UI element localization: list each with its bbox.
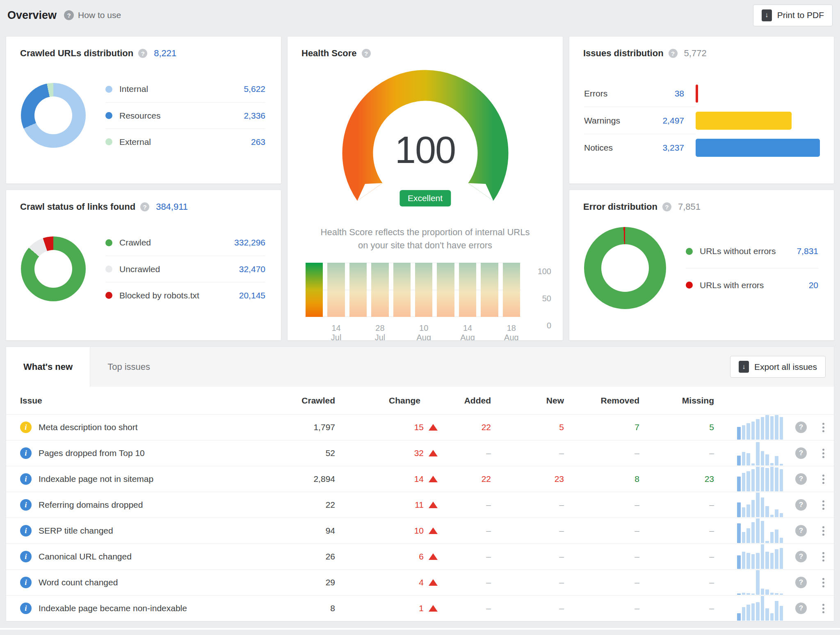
issue-name[interactable]: SERP title changed — [39, 526, 113, 536]
issue-cell[interactable]: iPages dropped from Top 10 — [20, 447, 274, 459]
help-icon[interactable]: ? — [662, 202, 671, 211]
legend-label: Internal — [119, 84, 148, 94]
row-menu-button[interactable] — [819, 449, 827, 458]
row-menu-button[interactable] — [819, 500, 827, 510]
sparkline-bar — [742, 532, 746, 543]
distribution-label: Notices — [584, 143, 613, 153]
change-up-triangle-icon — [429, 553, 438, 560]
issue-name[interactable]: Pages dropped from Top 10 — [39, 448, 145, 458]
row-menu-button[interactable] — [819, 552, 827, 562]
sparkline-bar — [775, 509, 778, 517]
change-value: 4 — [419, 578, 424, 587]
issue-name[interactable]: Canonical URL changed — [39, 552, 132, 562]
table-row[interactable]: iCanonical URL changed266––––? — [6, 543, 834, 569]
help-icon[interactable]: ? — [795, 447, 807, 459]
issue-cell[interactable]: iCanonical URL changed — [20, 551, 274, 562]
row-menu-button[interactable] — [819, 423, 827, 432]
change-value: 32 — [414, 448, 424, 458]
issue-cell[interactable]: iIndexable page not in sitemap — [20, 473, 274, 485]
sparkline-bar — [742, 473, 746, 491]
legend-value-link[interactable]: 20 — [809, 280, 818, 290]
help-icon[interactable]: ? — [362, 49, 371, 58]
legend-value-link[interactable]: 20,145 — [239, 291, 265, 300]
legend-value-link[interactable]: 332,296 — [234, 238, 265, 248]
tab-whats-new[interactable]: What's new — [6, 347, 90, 387]
help-icon[interactable]: ? — [795, 422, 807, 433]
help-icon[interactable]: ? — [795, 499, 807, 511]
legend-value-link[interactable]: 263 — [251, 137, 265, 147]
issue-name[interactable]: Indexable page not in sitemap — [39, 474, 153, 484]
legend-item: Resources2,336 — [105, 102, 265, 128]
table-row[interactable]: iMeta description too short1,7971522575? — [6, 414, 834, 440]
legend-value-link[interactable]: 32,470 — [239, 264, 265, 274]
print-to-pdf-button[interactable]: Print to PDF — [753, 5, 833, 26]
sparkline-bar — [751, 522, 755, 543]
table-row[interactable]: iSERP title changed9410––––? — [6, 518, 834, 543]
row-menu-button[interactable] — [819, 526, 827, 536]
issue-cell[interactable]: iMeta description too short — [20, 422, 274, 433]
menu-dot — [822, 534, 824, 536]
sparkline-bar — [746, 504, 750, 517]
sparkline-bar — [751, 554, 755, 569]
tab-top-issues[interactable]: Top issues — [90, 347, 167, 387]
legend-value-link[interactable]: 2,336 — [244, 111, 265, 121]
sparkline-bar — [742, 507, 746, 517]
sparkline-bar — [770, 467, 774, 491]
export-all-issues-button[interactable]: Export all issues — [730, 356, 826, 378]
sparkline-bar — [761, 467, 765, 491]
help-icon[interactable]: ? — [795, 603, 807, 614]
legend-value-link[interactable]: 5,622 — [244, 84, 265, 94]
row-menu-button[interactable] — [819, 604, 827, 613]
change-up-triangle-icon — [429, 476, 438, 482]
help-icon[interactable]: ? — [795, 473, 807, 485]
crawled-value: 26 — [274, 552, 335, 562]
legend-dot — [105, 86, 112, 93]
issue-cell[interactable]: iIndexable page became non-indexable — [20, 603, 274, 614]
row-menu-button[interactable] — [819, 578, 827, 587]
notice-info-icon: i — [20, 551, 32, 562]
issue-cell[interactable]: iWord count changed — [20, 577, 274, 588]
issue-name[interactable]: Word count changed — [39, 578, 118, 587]
sparkline-bar — [770, 416, 774, 440]
added-value: – — [438, 500, 491, 510]
help-icon[interactable]: ? — [795, 525, 807, 536]
issue-cell[interactable]: iReferring domains dropped — [20, 499, 274, 511]
issue-name[interactable]: Indexable page became non-indexable — [39, 603, 187, 613]
issue-name[interactable]: Meta description too short — [39, 422, 138, 432]
new-value: – — [491, 552, 564, 562]
help-icon[interactable]: ? — [795, 577, 807, 588]
error-distribution-donut-chart — [584, 227, 666, 309]
menu-dot — [822, 478, 824, 480]
issue-name[interactable]: Referring domains dropped — [39, 500, 143, 510]
how-to-use-link[interactable]: ? How to use — [64, 10, 121, 20]
table-row[interactable]: iIndexable page not in sitemap2,89414222… — [6, 466, 834, 492]
row-menu-button[interactable] — [819, 475, 827, 484]
change-cell: 11 — [335, 500, 438, 510]
distribution-value-link[interactable]: 3,237 — [662, 143, 696, 153]
sparkline-bar — [780, 469, 783, 491]
legend-label: Blocked by robots.txt — [119, 291, 199, 300]
help-icon[interactable]: ? — [138, 49, 147, 58]
table-row[interactable]: iReferring domains dropped2211––––? — [6, 492, 834, 518]
issue-cell[interactable]: iSERP title changed — [20, 525, 274, 536]
menu-dot — [822, 559, 824, 562]
new-value: 5 — [491, 422, 564, 432]
distribution-value-link[interactable]: 2,497 — [662, 116, 696, 126]
crawled-urls-total-link[interactable]: 8,221 — [154, 48, 176, 59]
legend-value-link[interactable]: 7,831 — [797, 246, 818, 256]
col-header-change: Change — [335, 396, 438, 406]
sparkline-chart — [737, 596, 783, 621]
sparkline-chart — [737, 518, 783, 543]
sparkline-bar — [780, 417, 783, 440]
distribution-value-link[interactable]: 38 — [675, 89, 696, 99]
table-row[interactable]: iPages dropped from Top 105232––––? — [6, 440, 834, 466]
change-cell: 32 — [335, 448, 438, 458]
help-icon[interactable]: ? — [669, 49, 678, 58]
table-row[interactable]: iIndexable page became non-indexable81––… — [6, 595, 834, 621]
help-icon[interactable]: ? — [795, 551, 807, 562]
table-row[interactable]: iWord count changed294––––? — [6, 569, 834, 595]
crawl-status-total-link[interactable]: 384,911 — [156, 202, 188, 212]
crawled-value: 2,894 — [274, 474, 335, 484]
help-icon[interactable]: ? — [140, 202, 149, 211]
card-title: Crawled URLs distribution — [20, 48, 133, 59]
